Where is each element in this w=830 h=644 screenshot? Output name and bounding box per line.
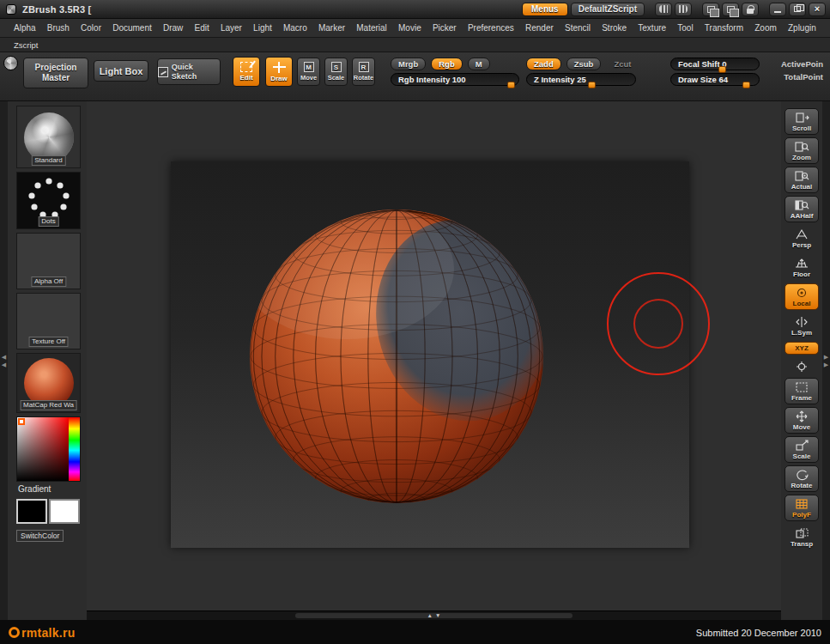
menu-item[interactable]: Stencil — [565, 23, 591, 33]
ui-bars-left-icon — [659, 5, 668, 13]
saturation-value-square[interactable] — [17, 417, 69, 481]
top-shelf: Projection Master Light Box Quick Sketch… — [0, 52, 830, 101]
menu-item-zscript[interactable]: Zscript — [14, 40, 39, 50]
slider-handle[interactable] — [507, 82, 515, 88]
stroke-selector[interactable]: Dots — [16, 172, 81, 229]
scale-label: Scale — [328, 74, 345, 82]
menu-item[interactable]: Edit — [194, 23, 209, 33]
scrollbar-thumb[interactable] — [295, 613, 573, 618]
quick-sketch-button[interactable]: Quick Sketch — [157, 58, 221, 85]
menu-item[interactable]: Color — [81, 23, 101, 33]
scale-view-button[interactable]: Scale — [785, 436, 819, 463]
rotate-mode-button[interactable]: R Rotate — [352, 58, 375, 86]
move-view-button[interactable]: Move — [785, 407, 819, 434]
menu-item[interactable]: Alpha — [14, 23, 36, 33]
aa-half-button[interactable]: AAHalf — [785, 196, 819, 222]
z-intensity-slider[interactable]: Z Intensity 25 — [526, 73, 636, 86]
document[interactable] — [171, 161, 689, 548]
transparency-button[interactable]: Transp — [785, 524, 819, 550]
texture-selector[interactable]: Texture Off — [16, 293, 81, 349]
rotate-arrow-icon — [794, 469, 809, 481]
gradient-label[interactable]: Gradient — [18, 484, 87, 494]
polyframe-button[interactable]: PolyF — [785, 495, 819, 521]
right-tray-divider[interactable]: ▶ ▶ — [822, 101, 830, 620]
scroll-down-icon[interactable]: ▼ — [435, 613, 440, 619]
zoom-doc-button[interactable]: Zoom — [785, 137, 819, 164]
menu-item[interactable]: Zoom — [754, 23, 777, 33]
projection-master-button[interactable]: Projection Master — [23, 58, 88, 88]
rgb-button[interactable]: Rgb — [431, 58, 462, 70]
menu-item[interactable]: Tool — [677, 23, 693, 33]
hide-ui-right-button[interactable] — [675, 3, 692, 16]
zsub-button[interactable]: Zsub — [566, 58, 602, 70]
pivot-button[interactable] — [785, 357, 819, 375]
menu-item[interactable]: Layer — [221, 23, 242, 33]
next-document-button[interactable] — [722, 3, 739, 16]
mrgb-button[interactable]: Mrgb — [391, 58, 426, 70]
scroll-up-icon[interactable]: ▲ — [427, 613, 433, 619]
actual-size-button[interactable]: Actual — [785, 167, 819, 193]
scale-mode-button[interactable]: S Scale — [324, 58, 348, 86]
scroll-doc-button[interactable]: Scroll — [785, 108, 819, 135]
menu-item[interactable]: Draw — [163, 23, 183, 33]
sphere-3d-mesh[interactable] — [171, 161, 689, 548]
canvas-area[interactable]: ▲ ▼ — [87, 101, 781, 620]
frame-button[interactable]: Frame — [785, 378, 819, 404]
secondary-color-swatch[interactable] — [49, 499, 80, 524]
focal-shift-slider[interactable]: Focal Shift 0 — [670, 58, 760, 70]
slider-handle[interactable] — [742, 82, 750, 88]
menu-item[interactable]: Texture — [638, 23, 666, 33]
move-mode-button[interactable]: M Move — [297, 58, 320, 86]
restore-button[interactable] — [789, 3, 806, 16]
light-box-button[interactable]: Light Box — [94, 60, 148, 82]
hue-strip[interactable] — [69, 417, 80, 481]
edit-label: Edit — [239, 74, 252, 82]
menu-item[interactable]: Material — [356, 23, 387, 33]
menu-item[interactable]: Zplugin — [788, 23, 816, 33]
rgb-intensity-slider[interactable]: Rgb Intensity 100 — [391, 73, 519, 86]
menu-item[interactable]: Brush — [47, 23, 70, 33]
close-button[interactable]: × — [809, 3, 826, 16]
rotate-view-button[interactable]: Rotate — [785, 465, 819, 492]
menu-item[interactable]: Transform — [705, 23, 743, 33]
draw-size-slider[interactable]: Draw Size 64 — [670, 73, 760, 86]
main-color-swatch[interactable] — [16, 499, 47, 524]
menu-item[interactable]: Picker — [433, 23, 457, 33]
color-picker[interactable] — [16, 416, 81, 482]
menus-button[interactable]: Menus — [522, 3, 568, 16]
zcut-button[interactable]: Zcut — [606, 58, 639, 70]
minimize-button[interactable] — [769, 3, 786, 16]
menu-item[interactable]: Document — [112, 23, 152, 33]
left-tray-divider[interactable]: ◀ ◀ — [0, 101, 8, 620]
perspective-button[interactable]: Persp — [785, 225, 819, 252]
move-arrows-icon — [794, 410, 809, 422]
floor-grid-button[interactable]: Floor — [785, 254, 819, 281]
switch-color-button[interactable]: SwitchColor — [16, 530, 64, 542]
zbrush-window: ZBrush 3.5R3 [ Menus DefaultZScript × Al… — [0, 0, 830, 644]
default-zscript-button[interactable]: DefaultZScript — [571, 3, 645, 16]
menu-item[interactable]: Render — [525, 23, 554, 33]
prev-document-button[interactable] — [702, 3, 719, 16]
lock-button[interactable] — [742, 3, 759, 16]
polyframe-grid-icon — [794, 498, 809, 510]
hide-ui-left-button[interactable] — [655, 3, 672, 16]
menu-item[interactable]: Macro — [283, 23, 307, 33]
menu-item[interactable]: Light — [253, 23, 272, 33]
local-symmetry-button[interactable]: L.Sym — [785, 313, 819, 339]
menu-item[interactable]: Preferences — [468, 23, 514, 33]
alpha-selector[interactable]: Alpha Off — [16, 233, 81, 289]
brush-selector[interactable]: Standard — [16, 106, 81, 168]
zadd-button[interactable]: Zadd — [526, 58, 561, 70]
local-transform-button[interactable]: Local — [785, 283, 819, 310]
slider-handle[interactable] — [718, 66, 726, 73]
menu-item[interactable]: Marker — [318, 23, 345, 33]
draw-mode-button[interactable]: Draw — [265, 57, 293, 87]
slider-handle[interactable] — [588, 82, 596, 88]
m-button[interactable]: M — [468, 58, 490, 70]
xyz-symmetry-button[interactable]: XYZ — [785, 342, 819, 355]
material-selector[interactable]: MatCap Red Wa — [16, 353, 81, 413]
menu-item[interactable]: Movie — [398, 23, 421, 33]
canvas-horizontal-scrollbar[interactable]: ▲ ▼ — [87, 611, 781, 620]
menu-item[interactable]: Stroke — [602, 23, 627, 33]
edit-mode-button[interactable]: Edit — [233, 57, 260, 87]
